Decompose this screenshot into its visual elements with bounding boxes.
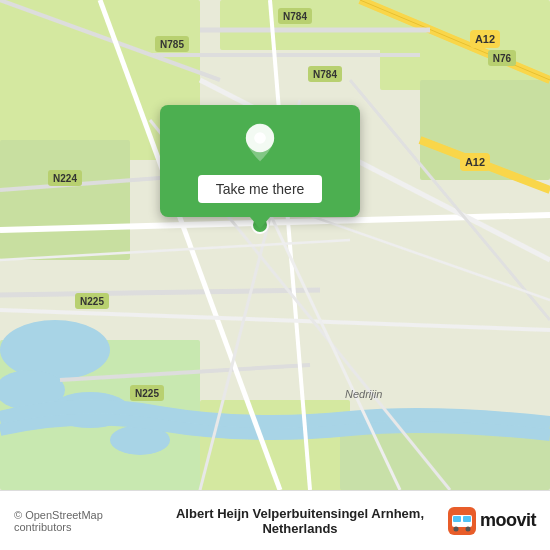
svg-point-34 bbox=[254, 132, 266, 144]
svg-text:N785: N785 bbox=[160, 39, 184, 50]
moovit-logo: moovit bbox=[448, 507, 536, 535]
svg-text:N225: N225 bbox=[135, 388, 159, 399]
moovit-bus-icon bbox=[448, 507, 476, 535]
map-container: N784 N785 N784 N76 A12 A12 N224 N225 N22… bbox=[0, 0, 550, 490]
copyright-text: © OpenStreetMap contributors bbox=[14, 509, 152, 533]
svg-rect-38 bbox=[463, 516, 471, 522]
svg-rect-37 bbox=[453, 516, 461, 522]
moovit-brand-text: moovit bbox=[480, 510, 536, 531]
take-me-there-button[interactable]: Take me there bbox=[198, 175, 323, 203]
svg-point-9 bbox=[0, 320, 110, 380]
svg-text:N225: N225 bbox=[80, 296, 104, 307]
svg-text:Nedrijin: Nedrijin bbox=[345, 388, 382, 400]
svg-point-40 bbox=[465, 526, 470, 531]
svg-text:A12: A12 bbox=[475, 33, 495, 45]
svg-text:N784: N784 bbox=[283, 11, 307, 22]
bottom-bar: © OpenStreetMap contributors Albert Heij… bbox=[0, 490, 550, 550]
svg-rect-2 bbox=[0, 140, 130, 260]
location-title: Albert Heijn Velperbuitensingel Arnhem, … bbox=[162, 506, 438, 536]
location-pin-icon bbox=[240, 123, 280, 163]
svg-point-39 bbox=[453, 526, 458, 531]
svg-text:A12: A12 bbox=[465, 156, 485, 168]
svg-text:N224: N224 bbox=[53, 173, 77, 184]
map-popup: Take me there bbox=[160, 105, 360, 217]
svg-text:N76: N76 bbox=[493, 53, 512, 64]
svg-text:N784: N784 bbox=[313, 69, 337, 80]
